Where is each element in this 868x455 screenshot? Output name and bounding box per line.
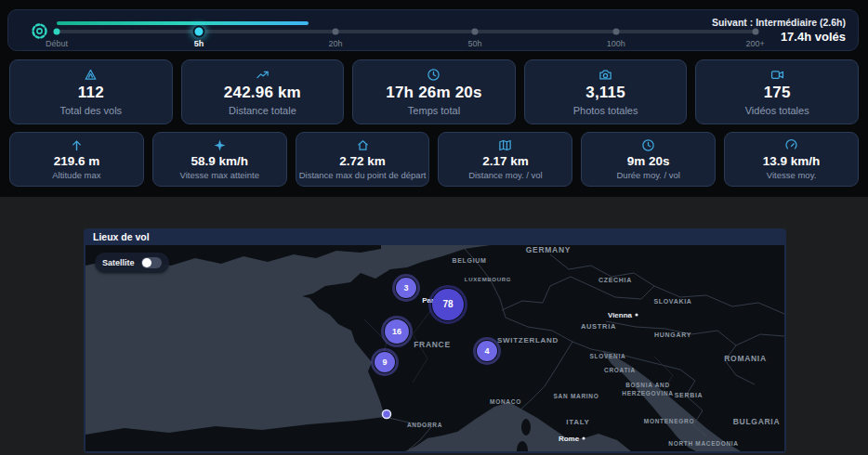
map-country-label: FRANCE: [414, 340, 451, 349]
progress-info: Suivant : Intermédiaire (2.6h) 17.4h vol…: [712, 17, 846, 44]
map-country-label: SWITZERLAND: [497, 336, 559, 344]
stat-label: Vidéos totales: [745, 105, 809, 116]
satellite-toggle-label: Satellite: [102, 258, 135, 267]
satellite-switch-track[interactable]: [141, 257, 162, 268]
progress-track-bg: [57, 30, 757, 33]
map-country-label: SLOVAKIA: [653, 298, 691, 305]
video-icon: [770, 68, 784, 82]
map-country-label: GERMANY: [526, 245, 571, 254]
stat-value: 9m 20s: [627, 154, 670, 168]
map-country-label: SERBIA: [675, 392, 704, 398]
map-country-label: MONTENEGRO: [644, 418, 694, 424]
stat-value: 112: [78, 84, 104, 102]
dashboard: Début 5h 20h 50h 100h 200+ Suivant : Int…: [0, 0, 868, 455]
stat-card-dur-e-moy-vol[interactable]: 9m 20s Durée moy. / vol: [581, 132, 716, 187]
cluster-count: 78: [442, 299, 454, 309]
stat-label: Altitude max: [52, 170, 100, 180]
stat-label: Temps total: [408, 105, 460, 116]
milestone-dot: [472, 29, 479, 35]
progress-track: Début 5h 20h 50h 100h 200+: [57, 21, 757, 47]
stat-card-distance-moy-vol[interactable]: 2.17 km Distance moy. / vol: [438, 132, 572, 187]
satellite-toggle[interactable]: Satellite: [95, 253, 169, 273]
stat-label: Distance max du point de départ: [299, 170, 427, 180]
europe-map[interactable]: BELGIUMLUXEMBOURGGERMANYCZECHIASLOVAKIAA…: [85, 245, 784, 451]
stats-section: Début 5h 20h 50h 100h 200+ Suivant : Int…: [0, 0, 868, 197]
gauge-icon: [784, 138, 798, 152]
map-country-label: HERZEGOVINA: [622, 390, 673, 396]
map-city-label: Vienna: [608, 311, 633, 319]
map-city-dot: [582, 436, 585, 439]
flight-point-marker[interactable]: [383, 410, 391, 419]
stat-value: 58.9 km/h: [191, 154, 248, 168]
map-city-label: Rome: [559, 435, 580, 443]
stat-value: 175: [764, 84, 791, 102]
milestone-label: 5h: [171, 39, 227, 48]
stat-card-total-des-vols[interactable]: 112 Total des vols: [9, 59, 173, 124]
stat-card-vitesse-max-atteinte[interactable]: 58.9 km/h Vitesse max atteinte: [152, 132, 287, 187]
map-country-label: ITALY: [566, 418, 589, 426]
map-country-label: SAN MARINO: [554, 393, 599, 399]
map-section: Lieux de vol: [0, 197, 868, 455]
map-country-label: AUSTRIA: [581, 322, 616, 331]
milestone-dot: [54, 29, 60, 35]
stat-label: Distance totale: [229, 105, 296, 116]
satellite-switch-knob: [142, 258, 151, 267]
stat-card-distance-totale[interactable]: 242.96 km Distance totale: [181, 59, 345, 124]
stat-card-distance-max-du-point-de-d-part[interactable]: 2.72 km Distance max du point de départ: [296, 132, 430, 187]
map-panel-title: Lieux de vol: [84, 228, 786, 245]
cluster-count: 9: [382, 358, 387, 367]
stat-label: Total des vols: [59, 105, 122, 116]
map-city-dot: [635, 313, 638, 316]
secondary-stats-row: 219.6 m Altitude max 58.9 km/h Vitesse m…: [9, 132, 859, 187]
home-icon: [356, 138, 370, 152]
map-country-label: BOSNIA AND: [625, 382, 670, 388]
stat-value: 242.96 km: [224, 84, 301, 102]
map-country-label: CZECHIA: [598, 277, 632, 283]
milestone-label: 50h: [447, 39, 503, 48]
stat-value: 219.6 m: [54, 154, 100, 168]
stat-value: 2.72 km: [339, 154, 386, 168]
map-country-label: ROMANIA: [724, 354, 767, 363]
milestone-label: Début: [29, 39, 85, 48]
map-country-label: CROATIA: [604, 367, 636, 373]
map-country-label: ANDORRA: [407, 422, 442, 428]
stat-card-temps-total[interactable]: 17h 26m 20s Temps total: [352, 59, 516, 124]
milestone-dot: [612, 29, 619, 35]
map-country-label: MONACO: [490, 398, 521, 405]
map-country-label: NORTH MACEDONIA: [668, 440, 739, 447]
flight-hours-progress-panel: Début 5h 20h 50h 100h 200+ Suivant : Int…: [7, 9, 859, 51]
stat-label: Vitesse max atteinte: [180, 170, 259, 180]
map-island-corsica: [521, 419, 531, 436]
stat-value: 13.9 km/h: [763, 154, 821, 168]
map-icon: [498, 138, 512, 152]
stat-card-photos-totales[interactable]: 3,115 Photos totales: [524, 59, 688, 124]
map-viewport[interactable]: BELGIUMLUXEMBOURGGERMANYCZECHIASLOVAKIAA…: [85, 245, 784, 451]
stat-value: 2.17 km: [482, 154, 529, 168]
hours-flown-value: 17.4h volés: [712, 30, 846, 44]
arrow-up-icon: [70, 138, 84, 152]
map-country-label: HUNGARY: [654, 332, 691, 338]
stat-card-altitude-max[interactable]: 219.6 m Altitude max: [9, 132, 144, 187]
cluster-count: 3: [403, 283, 408, 292]
progress-track-fill: [57, 21, 309, 25]
stat-label: Durée moy. / vol: [617, 170, 680, 180]
stat-value: 3,115: [585, 84, 625, 102]
map-country-label: LUXEMBOURG: [465, 277, 511, 282]
stat-card-vid-os-totales[interactable]: 175 Vidéos totales: [695, 59, 859, 124]
primary-stats-row: 112 Total des vols 242.96 km Distance to…: [9, 59, 859, 124]
stat-card-vitesse-moy[interactable]: 13.9 km/h Vitesse moy.: [724, 132, 859, 187]
milestone-dot: [333, 29, 339, 35]
milestone-label: 100h: [588, 39, 644, 48]
spark-icon: [213, 138, 227, 152]
cluster-count: 4: [484, 346, 489, 356]
stat-label: Distance moy. / vol: [468, 170, 543, 180]
trending-up-icon: [256, 68, 270, 82]
milestone-dot: [193, 26, 205, 38]
clock-icon: [427, 68, 441, 82]
gear-icon[interactable]: [31, 22, 48, 40]
camera-icon: [598, 68, 612, 82]
next-level-label: Suivant : Intermédiaire (2.6h): [712, 17, 846, 28]
stat-value: 17h 26m 20s: [386, 84, 481, 102]
milestone-label: 20h: [308, 39, 363, 48]
map-country-label: BELGIUM: [452, 257, 486, 264]
